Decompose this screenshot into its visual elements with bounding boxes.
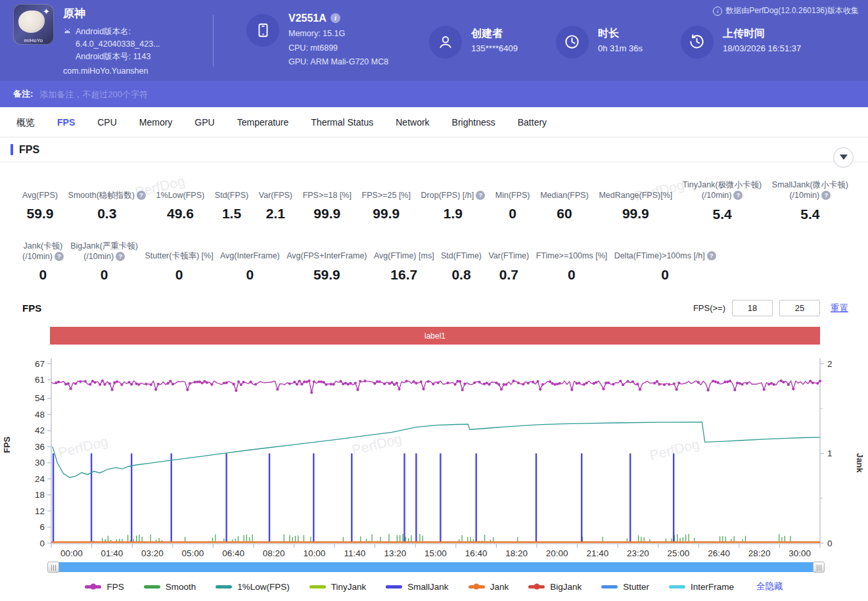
svg-text:01:40: 01:40 [101, 548, 124, 558]
svg-text:1: 1 [827, 448, 833, 458]
legend-smooth[interactable]: Smooth [144, 582, 196, 592]
creator-block: 创建者 135****6409 [429, 23, 518, 59]
section-title: FPS [19, 144, 39, 156]
svg-text:06:40: 06:40 [222, 548, 244, 558]
stat-value: 5.4 [683, 206, 762, 222]
stat-value: 0 [220, 267, 280, 283]
help-icon[interactable]: ? [137, 191, 146, 200]
fps-threshold-input-1[interactable] [732, 300, 773, 316]
fps-threshold-input-2[interactable] [779, 300, 820, 316]
tab-thermal-status[interactable]: Thermal Status [300, 107, 384, 137]
android-icon [63, 28, 72, 36]
legend-fps[interactable]: FPS [85, 582, 124, 592]
legend-jank[interactable]: Jank [468, 582, 509, 592]
creator-label: 创建者 [471, 27, 518, 41]
chart-header: FPS FPS(>=) 重置 [22, 300, 848, 316]
android-version-code: Android版本号: 1143 [76, 51, 210, 63]
collapse-button[interactable] [833, 147, 854, 168]
tab-battery[interactable]: Battery [507, 107, 558, 137]
svg-text:30: 30 [35, 458, 45, 468]
stat-item: Std(FTime)0.8 [441, 241, 482, 283]
legend-marker [216, 585, 232, 589]
legend-marker [669, 585, 685, 589]
help-icon[interactable]: ? [707, 251, 716, 260]
stat-value: 59.9 [22, 206, 58, 222]
svg-text:08:20: 08:20 [263, 548, 285, 558]
tab-cpu[interactable]: CPU [86, 107, 128, 137]
clock-icon [556, 26, 589, 59]
stat-value: 0 [614, 267, 716, 283]
help-icon[interactable]: ? [476, 191, 485, 200]
svg-text:03:20: 03:20 [141, 548, 164, 558]
legend-bigjank[interactable]: BigJank [528, 582, 582, 592]
svg-text:16:40: 16:40 [465, 548, 488, 558]
chevron-down-icon [840, 155, 848, 160]
stat-value: 5.4 [772, 206, 848, 222]
scrollbar-right-handle[interactable] [813, 562, 825, 573]
legend-1-low-fps-[interactable]: 1%Low(FPS) [216, 582, 290, 592]
tab-概览[interactable]: 概览 [5, 107, 46, 137]
svg-text:00:00: 00:00 [60, 548, 83, 558]
help-icon[interactable]: ? [55, 252, 64, 261]
fps-chart[interactable]: 061218243036424854616701200:0001:4003:20… [0, 352, 868, 562]
device-cpu: CPU: mt6899 [288, 41, 388, 56]
tab-fps[interactable]: FPS [46, 107, 86, 137]
legend-marker [468, 585, 485, 589]
svg-text:20:00: 20:00 [546, 548, 568, 558]
collect-note-text: 数据由PerfDog(12.0.260136)版本收集 [725, 5, 859, 16]
app-icon-art [18, 11, 45, 33]
svg-text:42: 42 [35, 425, 45, 435]
scrollbar-track[interactable] [53, 562, 819, 572]
tab-network[interactable]: Network [384, 107, 440, 137]
stats-panel: Avg(FPS)59.9Smooth(稳帧指数)?0.31%Low(FPS)49… [0, 162, 868, 287]
tab-brightness[interactable]: Brightness [441, 107, 507, 137]
svg-text:18: 18 [35, 490, 45, 500]
remarks-label: 备注: [13, 88, 33, 100]
legend-stutter[interactable]: Stutter [601, 582, 649, 592]
stat-item: FPS>=25 [%]99.9 [362, 180, 411, 222]
chart-range-scrollbar [47, 562, 825, 573]
tab-bar: 概览FPSCPUMemoryGPUTemperatureThermal Stat… [0, 107, 868, 137]
svg-text:25:00: 25:00 [668, 548, 690, 558]
stat-value: 49.6 [156, 206, 205, 222]
stat-item: MedRange(FPS)[%]99.9 [599, 180, 672, 222]
fps-threshold-label: FPS(>=) [693, 303, 725, 313]
device-info-icon[interactable]: i [331, 13, 340, 23]
upload-time-block: 上传时间 18/03/2026 16:51:37 [681, 23, 801, 59]
stat-value: 0 [536, 267, 608, 283]
tab-temperature[interactable]: Temperature [226, 107, 300, 137]
tab-memory[interactable]: Memory [128, 107, 184, 137]
stats-row-2: Jank(卡顿)(/10min)?0BigJank(严重卡顿)(/10min)?… [22, 241, 716, 283]
svg-text:15:00: 15:00 [424, 548, 447, 558]
stat-item: Avg(FTime) [ms]16.7 [374, 241, 434, 283]
reset-link[interactable]: 重置 [831, 302, 848, 314]
user-icon [429, 26, 462, 59]
fps-section: FPS Avg(FPS)59.9Smooth(稳帧指数)?0.31%Low(FP… [0, 137, 868, 592]
svg-text:67: 67 [35, 359, 45, 369]
stat-value: 0.3 [68, 206, 146, 222]
scrollbar-left-handle[interactable] [47, 562, 59, 573]
upload-time-value: 18/03/2026 16:51:37 [723, 43, 801, 53]
svg-text:12: 12 [35, 506, 45, 516]
legend-smalljank[interactable]: SmallJank [386, 582, 448, 592]
svg-text:6: 6 [39, 522, 45, 532]
help-icon[interactable]: ? [821, 191, 831, 200]
help-icon[interactable]: ? [116, 252, 125, 261]
duration-value: 0h 31m 36s [598, 43, 643, 53]
stat-item: Drop(FPS) [/h]?1.9 [421, 180, 486, 222]
help-icon[interactable]: ? [733, 191, 742, 200]
legend-interframe[interactable]: InterFrame [669, 582, 734, 592]
legend-tinyjank[interactable]: TinyJank [309, 582, 367, 592]
stat-item: TinyJank(极微小卡顿)(/10min)?5.4 [683, 180, 762, 222]
svg-text:30:00: 30:00 [788, 548, 811, 558]
tab-gpu[interactable]: GPU [183, 107, 225, 137]
svg-text:36: 36 [35, 442, 45, 452]
stat-item: Smooth(稳帧指数)?0.3 [68, 180, 146, 222]
remarks-input[interactable] [39, 89, 855, 99]
stat-value: 2.1 [259, 206, 292, 222]
stat-value: 59.9 [286, 267, 367, 283]
hide-all-link[interactable]: 全隐藏 [756, 581, 783, 592]
stat-value: 99.9 [303, 206, 352, 222]
device-model: V2551A [288, 12, 327, 24]
svg-text:21:40: 21:40 [586, 548, 608, 558]
